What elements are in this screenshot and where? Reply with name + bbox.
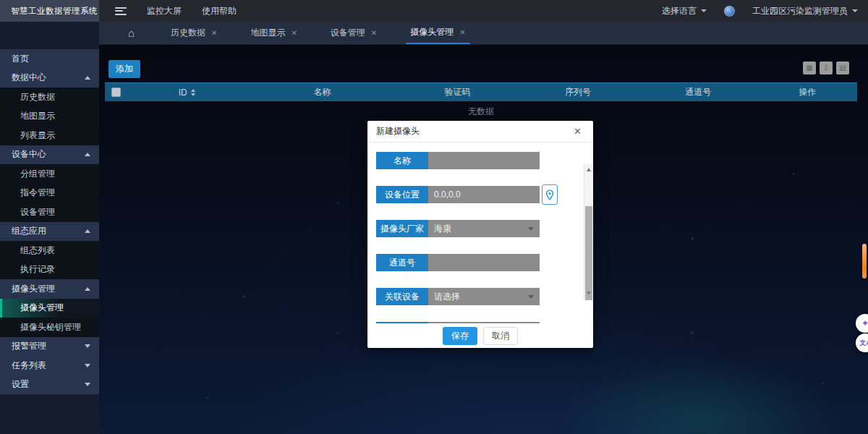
dialog-header: 新建摄像头 ✕ <box>367 121 593 142</box>
channel-input[interactable] <box>428 254 540 271</box>
name-label: 名称 <box>376 152 428 169</box>
home-icon[interactable]: ⌂ <box>121 22 142 44</box>
tab-camera-management[interactable]: 摄像头管理 ✕ <box>406 22 469 44</box>
sidebar-group-scada-app[interactable]: 组态应用 <box>0 222 99 242</box>
language-select[interactable]: 选择语言 <box>662 5 707 17</box>
chevron-down-icon <box>852 9 858 12</box>
column-header-actions: 操作 <box>759 86 856 98</box>
columns-icon[interactable]: ▦ <box>803 61 816 75</box>
sort-icon[interactable] <box>191 89 195 96</box>
sidebar-item-history-data[interactable]: 历史数据 <box>0 88 99 107</box>
empty-placeholder: 无数据 <box>105 106 857 118</box>
new-camera-dialog: 新建摄像头 ✕ 名称 设备位置 0.0,0.0 摄像头厂家 海康 通道号 <box>367 121 593 348</box>
sidebar: 首页 数据中心 历史数据 地图显示 列表显示 设备中心 分组管理 指令管理 设备… <box>0 22 99 434</box>
column-header-channel: 通道号 <box>638 86 758 98</box>
sidebar-item-home[interactable]: 首页 <box>0 49 99 69</box>
tab-map-display[interactable]: 地图显示 ✕ <box>246 22 301 44</box>
close-icon[interactable]: ✕ <box>291 29 297 37</box>
sidebar-item-camera-management[interactable]: 摄像头管理 <box>0 299 99 318</box>
chevron-down-icon <box>85 344 90 348</box>
sidebar-group-device-center[interactable]: 设备中心 <box>0 145 99 165</box>
location-label: 设备位置 <box>376 186 428 203</box>
tab-bar: ⌂ 历史数据 ✕ 地图显示 ✕ 设备管理 ✕ 摄像头管理 ✕ <box>99 22 868 45</box>
select-all-checkbox[interactable] <box>111 88 121 97</box>
sidebar-item-execution-records[interactable]: 执行记录 <box>0 260 99 280</box>
close-icon[interactable]: ✕ <box>371 29 377 37</box>
column-header-name: 名称 <box>247 86 397 98</box>
cancel-button[interactable]: 取消 <box>483 327 518 345</box>
scroll-down-icon[interactable] <box>587 292 591 295</box>
field-channel: 通道号 <box>376 254 593 271</box>
field-vendor: 摄像头厂家 海康 <box>376 220 593 237</box>
chevron-down-icon <box>701 9 707 12</box>
chevron-up-icon <box>85 76 90 80</box>
sparkle-icon: ✦ <box>861 318 868 328</box>
device-select[interactable]: 请选择 <box>428 288 540 305</box>
save-button[interactable]: 保存 <box>443 327 477 345</box>
user-menu[interactable]: 工业园区污染监测管理员 <box>752 5 858 17</box>
field-location: 设备位置 0.0,0.0 <box>376 186 593 203</box>
export-icon[interactable]: ⇩ <box>820 61 833 75</box>
column-header-serial: 序列号 <box>518 86 638 98</box>
sidebar-item-list-display[interactable]: 列表显示 <box>0 126 99 145</box>
globe-icon[interactable] <box>724 6 735 17</box>
close-icon[interactable]: ✕ <box>571 124 584 138</box>
dialog-scrollbar[interactable] <box>584 164 593 299</box>
top-bar: 智慧工业数据管理系统 监控大屏 使用帮助 选择语言 工业园区污染监测管理员 <box>0 0 868 22</box>
sidebar-item-device-management[interactable]: 设备管理 <box>0 203 99 222</box>
tab-device-management[interactable]: 设备管理 ✕ <box>326 22 381 44</box>
table-tools: ▦ ⇩ ▤ <box>803 61 849 75</box>
chevron-up-icon <box>85 153 90 156</box>
page-scrollbar-thumb[interactable] <box>862 244 867 278</box>
chevron-down-icon <box>85 383 90 386</box>
nav-help[interactable]: 使用帮助 <box>202 5 237 17</box>
scroll-up-icon[interactable] <box>587 168 591 171</box>
location-input[interactable]: 0.0,0.0 <box>428 186 540 203</box>
add-button[interactable]: 添加 <box>109 60 140 78</box>
print-icon[interactable]: ▤ <box>836 61 849 75</box>
sidebar-item-map-display[interactable]: 地图显示 <box>0 107 99 127</box>
top-nav: 监控大屏 使用帮助 选择语言 工业园区污染监测管理员 <box>99 0 868 22</box>
channel-label: 通道号 <box>376 254 428 271</box>
sidebar-collapse-icon[interactable] <box>115 7 127 15</box>
chevron-up-icon <box>85 287 90 291</box>
sidebar-item-group-management[interactable]: 分组管理 <box>0 164 99 184</box>
table-header: ID 名称 验证码 序列号 通道号 操作 <box>105 82 857 101</box>
translate-icon: 文A <box>859 339 868 348</box>
sidebar-group-data-center[interactable]: 数据中心 <box>0 69 99 88</box>
sidebar-item-command-management[interactable]: 指令管理 <box>0 184 99 203</box>
column-header-id[interactable]: ID <box>127 88 247 98</box>
column-header-code: 验证码 <box>397 86 517 98</box>
scrollbar-thumb[interactable] <box>585 206 592 300</box>
dialog-footer: 保存 取消 <box>367 323 593 348</box>
sidebar-item-camera-key-management[interactable]: 摄像头秘钥管理 <box>0 318 99 337</box>
vendor-label: 摄像头厂家 <box>376 220 428 237</box>
nav-monitor-screen[interactable]: 监控大屏 <box>147 5 182 17</box>
close-icon[interactable]: ✕ <box>211 29 217 37</box>
chevron-up-icon <box>85 229 90 233</box>
vendor-select[interactable]: 海康 <box>428 220 540 237</box>
name-input[interactable] <box>428 152 540 169</box>
pick-location-button[interactable] <box>542 184 558 205</box>
chevron-down-icon <box>85 364 90 367</box>
sidebar-group-camera-management[interactable]: 摄像头管理 <box>0 279 99 299</box>
map-pin-icon <box>545 189 555 201</box>
dialog-title: 新建摄像头 <box>376 125 571 137</box>
sidebar-group-alarm-management[interactable]: 报警管理 <box>0 337 99 357</box>
tab-history-data[interactable]: 历史数据 ✕ <box>166 22 221 44</box>
device-label: 关联设备 <box>376 288 428 305</box>
top-nav-right: 选择语言 工业园区污染监测管理员 <box>662 5 868 17</box>
field-clipped <box>376 322 593 323</box>
sidebar-item-scada-list[interactable]: 组态列表 <box>0 241 99 260</box>
app-title: 智慧工业数据管理系统 <box>0 0 99 22</box>
field-device: 关联设备 请选择 <box>376 288 593 305</box>
sidebar-group-settings[interactable]: 设置 <box>0 375 99 395</box>
field-name: 名称 <box>376 152 593 169</box>
close-icon[interactable]: ✕ <box>459 28 465 36</box>
sidebar-group-task-list[interactable]: 任务列表 <box>0 356 99 375</box>
dialog-body: 名称 设备位置 0.0,0.0 摄像头厂家 海康 通道号 关联设备 请选择 <box>367 142 593 323</box>
